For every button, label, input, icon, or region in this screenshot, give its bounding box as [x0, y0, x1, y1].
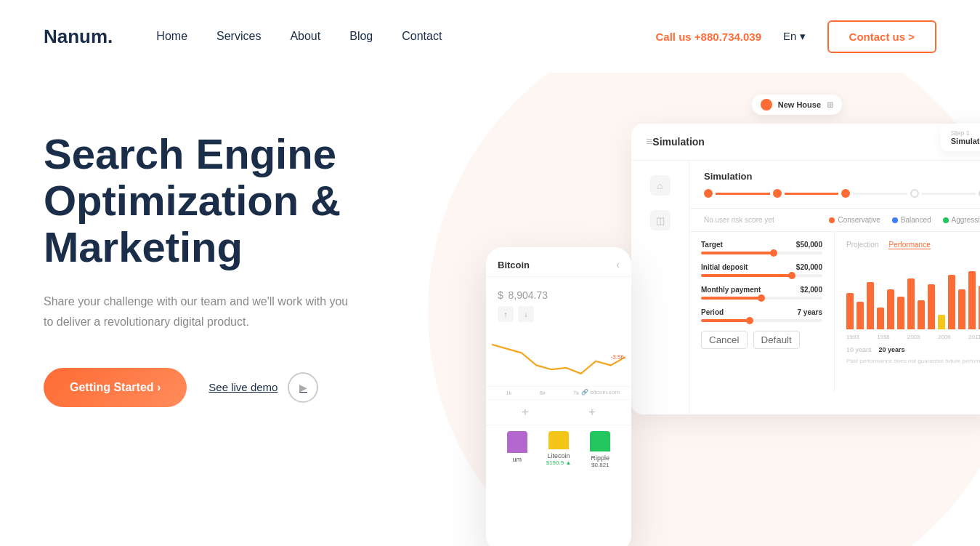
risk-conservative: Conservative	[829, 216, 880, 224]
performance-chart-panel: Projection Performance	[835, 232, 980, 392]
bar-chart	[846, 257, 980, 329]
payment-thumb[interactable]	[758, 294, 765, 302]
default-button[interactable]: Default	[753, 331, 800, 349]
bitcoin-source: 🔗 bitcoin.com	[492, 389, 625, 396]
phone-mockup: Bitcoin ‹ $ 8,904.73 ↑ ↓ -3.56↓ 🔗	[486, 247, 631, 546]
add-right-icon[interactable]: +	[588, 406, 595, 419]
period-thumb[interactable]	[746, 317, 753, 324]
target-slider[interactable]	[701, 252, 822, 254]
hero-subtitle: Share your challenge with our team and w…	[44, 292, 349, 331]
tab-projection[interactable]: Projection	[846, 241, 878, 249]
prog-dot-4	[910, 189, 919, 198]
nav-blog[interactable]: Blog	[349, 30, 373, 42]
add-left-icon[interactable]: +	[522, 406, 528, 419]
crypto-ripple: Ripple $0.821	[581, 431, 620, 468]
slider-actions: Cancel Default	[701, 331, 822, 349]
cancel-button[interactable]: Cancel	[701, 331, 748, 349]
bar-7	[907, 278, 915, 329]
coin-title: Bitcoin	[498, 260, 530, 270]
nav-links: Home Services About Blog Contact	[156, 30, 655, 43]
logo[interactable]: Nanum.	[44, 25, 113, 48]
time-10yr[interactable]: 10 years	[846, 346, 872, 353]
hero-title: Search Engine Optimization & Marketing	[44, 131, 450, 270]
house-icon	[761, 99, 772, 111]
step-number: Step 1	[951, 129, 980, 137]
prog-dot-3	[841, 189, 850, 198]
chart-tabs: Projection Performance	[846, 241, 980, 249]
prog-dot-2	[773, 189, 782, 198]
target-fill	[701, 252, 774, 254]
prog-dot-1	[704, 189, 713, 198]
menu-icon: ≡	[646, 135, 652, 148]
home-nav-icon[interactable]: ⌂	[650, 175, 671, 196]
period-fill	[701, 319, 750, 322]
getting-started-button[interactable]: Getting Started ›	[44, 368, 187, 407]
dashboard-header: ≡ Simulation	[631, 124, 980, 161]
phone-back-icon[interactable]: ‹	[616, 259, 620, 270]
deposit-row: Initial deposit $20,000	[701, 263, 822, 277]
bar-8	[918, 300, 925, 329]
deposit-fill	[701, 274, 792, 277]
hero-text: Search Engine Optimization & Marketing S…	[44, 87, 450, 407]
payment-row: Monthly payment $2,000	[701, 286, 822, 300]
bar-6	[897, 297, 904, 329]
navbar: Nanum. Home Services About Blog Contact …	[0, 0, 980, 73]
payment-slider[interactable]	[701, 297, 822, 300]
phone-icon-2[interactable]: ↓	[518, 306, 534, 322]
add-row: + +	[486, 400, 631, 425]
bar-11	[948, 275, 955, 329]
bar-2	[857, 302, 864, 329]
call-us: Call us +880.734.039	[655, 31, 761, 43]
play-icon[interactable]: ▶	[288, 372, 318, 403]
phone-amount: $ 8,904.73 ↑ ↓	[486, 277, 631, 328]
bar-yellow	[548, 431, 569, 449]
price-change-label: -3.56↓	[611, 353, 625, 361]
lower-panels: Target $50,000 Initial depos	[689, 232, 980, 392]
dot-conservative	[829, 217, 835, 223]
hero-actions: Getting Started › See live demo ▶	[44, 368, 450, 407]
bitcoin-chart-svg: -3.56↓	[492, 328, 625, 386]
phone-icon-1[interactable]: ↑	[498, 306, 514, 322]
crypto-um: um	[498, 431, 536, 468]
phone-chart: -3.56↓ 🔗 bitcoin.com	[486, 328, 631, 386]
period-slider[interactable]	[701, 319, 822, 322]
prog-line-2	[785, 193, 839, 195]
contact-us-button[interactable]: Contact us >	[827, 20, 936, 53]
sliders-panel: Target $50,000 Initial depos	[689, 232, 835, 392]
language-selector[interactable]: En ▾	[783, 30, 806, 43]
bar-12	[958, 289, 965, 329]
prog-line-3	[853, 193, 907, 195]
simulation-panel: Simulation	[689, 161, 980, 209]
time-20yr[interactable]: 20 years	[879, 346, 905, 353]
grid-icon: ⊞	[827, 100, 833, 110]
time-options: 10 years 20 years	[846, 346, 980, 353]
house-label: New House ⊞	[752, 95, 842, 115]
crypto-list: um Litecoin $190.9 ▲ Ripple $0.821	[486, 425, 631, 474]
tab-performance[interactable]: Performance	[888, 241, 930, 249]
nav-home[interactable]: Home	[156, 30, 187, 42]
hero-section: Search Engine Optimization & Marketing S…	[0, 73, 980, 546]
target-thumb[interactable]	[770, 249, 777, 257]
dashboard-card: ≡ Simulation ⌂ ◫ Simulation	[631, 124, 980, 414]
bar-3	[867, 282, 874, 329]
dashboard-nav: ⌂ ◫	[631, 161, 689, 414]
bar-purple	[507, 431, 527, 453]
bar-4	[877, 308, 884, 329]
bar-1	[846, 293, 854, 329]
deposit-thumb[interactable]	[788, 272, 795, 279]
disclaimer: Past performance does not guarantee futu…	[846, 358, 980, 364]
nav-contact[interactable]: Contact	[402, 30, 442, 42]
crypto-litecoin: Litecoin $190.9 ▲	[539, 431, 578, 468]
live-demo-link[interactable]: See live demo ▶	[208, 372, 318, 403]
phone-action-icons: ↑ ↓	[498, 306, 620, 322]
chart-nav-icon[interactable]: ◫	[650, 210, 671, 230]
deposit-slider[interactable]	[701, 274, 822, 277]
phone-header: Bitcoin ‹	[486, 247, 631, 277]
bar-13	[968, 271, 976, 329]
nav-about[interactable]: About	[290, 30, 320, 42]
period-row: Period 7 years	[701, 308, 822, 322]
hero-visuals: New House ⊞ Step 1 Simulation ≡ Simulati…	[479, 80, 980, 546]
step-indicator: Step 1 Simulation	[941, 124, 980, 151]
progress-track	[704, 189, 980, 198]
nav-services[interactable]: Services	[216, 30, 261, 42]
